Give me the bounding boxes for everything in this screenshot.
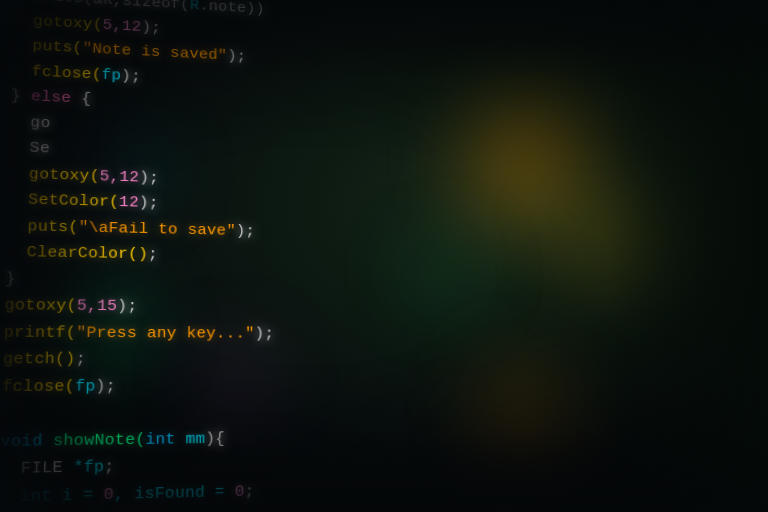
token-punct: ) [236,222,246,239]
token-punct: ; [127,298,137,316]
token-punct: ; [131,68,141,85]
token-num: 0 [235,483,245,501]
token-punct: ){ [205,430,225,448]
token-fn-yellow: puts( [7,217,79,236]
token-num: 5,15 [77,297,118,315]
token-str: "Press any key..." [76,324,255,342]
token-punct: ) [95,377,106,395]
code-line: 238printf("Press any key..."); [0,319,768,348]
token-kw-int: int [145,430,175,448]
token-punct: ; [75,351,86,369]
token-kw-void: void [0,432,43,451]
token-fn-yellow: getch() [3,350,76,368]
token-punct: ; [245,482,255,500]
token-punct: ; [264,325,274,342]
token-fn-yellow: SetColor( [7,191,119,211]
token-punct: ; [151,19,161,36]
code-screenshot: 225 write(&R,sizeof(R.note))226 gotoxy(5… [0,0,768,512]
code-tokens: printf("Press any key..."); [3,319,768,348]
token-normal: go [10,113,51,132]
token-punct: { [71,90,91,108]
token-punct: ) [139,169,149,186]
token-num: 5,12 [99,168,139,186]
token-punct: ; [106,377,116,395]
token-punct: ; [148,246,158,263]
token-punct: )) [246,1,265,18]
token-var: *fp [73,458,104,477]
token-var: mm [175,430,205,448]
token-fn-yellow: fclose( [11,62,102,83]
token-fn-yellow: fclose( [2,377,75,395]
token-normal: .note [199,0,246,17]
code-tokens: getch(); [3,346,768,373]
token-fn-yellow: gotoxy( [13,11,103,33]
token-punct: ) [139,194,149,211]
token-punct: ; [149,169,159,186]
token-fn: showNote( [42,431,145,451]
token-punct: ) [255,325,265,342]
token-fn-yellow: gotoxy( [8,165,100,185]
token-punct: ) [117,298,127,316]
token-var: R [190,0,200,14]
code-container: 225 write(&R,sizeof(R.note))226 gotoxy(5… [0,0,768,512]
code-block: 225 write(&R,sizeof(R.note))226 gotoxy(5… [0,0,768,512]
token-punct: ) [141,19,151,36]
token-var-file: FILE [0,459,73,479]
token-fn-yellow: puts( [12,37,83,57]
token-num: 12 [119,194,139,212]
token-punct: ; [104,458,115,476]
token-punct: } [5,270,16,288]
token-var: fp [101,66,121,84]
token-var: i = [52,486,104,506]
token-kw-int: int [0,487,52,507]
token-punct: ) [121,67,131,84]
token-normal: Se [9,139,50,158]
token-kw-else: else [21,88,72,107]
token-var: fp [75,377,96,395]
token-punct: ; [149,195,159,212]
code-line: 239getch(); [0,346,768,373]
token-var: , isFound = [114,483,235,504]
token-punct: ) [227,48,237,65]
token-str: "Note is saved" [82,40,227,64]
token-num: 5,12 [102,17,141,36]
token-str: "\aFail to save" [78,219,236,240]
token-fn-yellow: gotoxy( [4,297,77,315]
token-fn-yellow: ClearColor() [6,243,148,263]
token-punct: ; [237,49,246,66]
token-punct: ; [245,223,255,240]
token-fn-yellow: printf( [3,323,76,341]
